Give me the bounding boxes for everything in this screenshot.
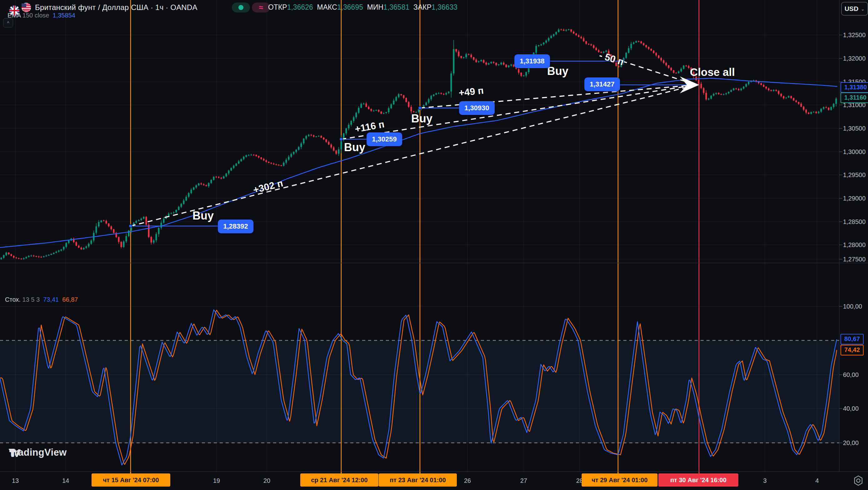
stoch-d-value: 66,87 (62, 296, 78, 303)
candle-body (556, 32, 557, 34)
candle-body (461, 56, 462, 58)
ema-legend[interactable]: EMA 150 close 1,35854 (7, 12, 75, 19)
candle-body (223, 176, 225, 178)
time-axis-event-badge[interactable]: чт 15 Авг '24 07:00 (92, 473, 170, 487)
time-axis-event-badge[interactable]: чт 29 Авг '24 01:00 (582, 473, 658, 487)
candle-body (113, 229, 115, 233)
candle-body (148, 225, 150, 237)
us-flag-icon (22, 3, 31, 12)
candle-body (318, 136, 320, 136)
time-axis-event-badge[interactable]: пт 23 Авг '24 01:00 (379, 473, 457, 487)
price-flag-label[interactable]: 1,30259 (367, 132, 402, 146)
candle-body (826, 107, 827, 108)
candle-body (6, 253, 7, 255)
candle-body (380, 111, 382, 113)
candle-body (16, 258, 17, 258)
candle-body (238, 161, 240, 163)
high-value: 1,36695 (337, 3, 363, 11)
candle-body (313, 135, 315, 137)
tradingview-chart-window: Британский фунт / Доллар США · 1ч · OAND… (0, 0, 868, 490)
candle-body (458, 52, 460, 56)
candle-body (103, 221, 105, 221)
candle-body (195, 185, 197, 187)
candle-body (18, 258, 20, 259)
price-axis-tick: 1,30000 (843, 148, 866, 156)
candle-body (478, 61, 479, 62)
time-axis-event-badge[interactable]: ср 21 Авг '24 12:00 (300, 473, 378, 487)
candle-body (440, 93, 442, 94)
candle-body (641, 41, 642, 43)
chevron-down-icon: ⌄ (861, 6, 865, 11)
stoch-legend[interactable]: Стох. 13 5 3 73,41 66,87 (5, 296, 78, 303)
candle-body (553, 34, 555, 36)
ema-line[interactable] (0, 78, 837, 248)
currency-unit-button[interactable]: USD ⌄ (841, 2, 868, 15)
price-flag-label[interactable]: 1,31427 (584, 77, 620, 91)
candle-body (323, 138, 324, 140)
candle-body (831, 107, 832, 110)
stoch-axis-tick: 40,00 (843, 405, 859, 412)
candle-body (45, 256, 47, 256)
candle-body (333, 148, 335, 151)
candle-body (836, 99, 837, 104)
candle-body (711, 96, 712, 99)
candle-body (561, 30, 562, 30)
candle-body (470, 55, 472, 57)
entry-dot[interactable] (340, 137, 343, 141)
candle-body (138, 220, 140, 221)
candle-body (703, 88, 705, 93)
buy-annotation[interactable]: Buy (192, 209, 214, 222)
stoch-axis-tick: 100,00 (843, 303, 862, 310)
candle-body (568, 29, 569, 30)
price-flag-label[interactable]: 1,28392 (218, 220, 253, 233)
candle-body (78, 246, 80, 248)
candle-body (241, 159, 242, 161)
chart-canvas[interactable] (0, 0, 868, 490)
candle-body (738, 89, 740, 90)
price-axis-last-price-pill[interactable]: 1,31160 (840, 92, 868, 103)
candle-body (311, 135, 312, 135)
candle-body (203, 184, 205, 185)
candle-body (488, 63, 490, 65)
candle-body (3, 255, 5, 258)
candle-body (456, 50, 457, 52)
candle-body (526, 72, 527, 75)
candle-body (431, 96, 432, 99)
candle-body (788, 96, 789, 98)
stoch-axis-tick: 20,00 (843, 439, 859, 447)
collapse-pane-button[interactable]: ^ (3, 18, 13, 28)
market-status-pill[interactable] (232, 2, 250, 12)
buy-annotation[interactable]: Buy (547, 65, 568, 78)
candle-body (213, 177, 215, 180)
candle-body (188, 193, 190, 197)
candle-body (66, 243, 67, 247)
entry-dot[interactable] (418, 106, 422, 109)
candle-body (61, 250, 62, 251)
candle-body (803, 107, 805, 110)
stoch-axis-d-pill[interactable]: 74,42 (840, 345, 864, 355)
candle-body (81, 248, 82, 250)
candle-body (733, 88, 735, 90)
candle-body (388, 108, 390, 112)
trade-path-dashed-line[interactable] (341, 85, 696, 139)
candle-body (518, 69, 520, 73)
stoch-axis-k-pill[interactable]: 80,67 (840, 334, 864, 345)
candle-body (353, 118, 354, 121)
tradingview-logo[interactable]: TradingView (9, 447, 67, 458)
trade-path-dashed-line[interactable] (131, 85, 696, 226)
buy-annotation[interactable]: Buy (344, 141, 365, 154)
candle-body (58, 251, 60, 252)
candle-body (433, 95, 435, 96)
candle-body (673, 70, 675, 73)
price-flag-label[interactable]: 1,31938 (514, 54, 550, 68)
symbol-title[interactable]: Британский фунт / Доллар США · 1ч · OAND… (35, 3, 197, 12)
candle-body (13, 256, 15, 257)
delayed-data-pill[interactable]: ≈ (252, 2, 270, 12)
price-flag-label[interactable]: 1,30930 (459, 101, 495, 115)
buy-annotation[interactable]: Buy (411, 112, 432, 125)
close-all-annotation[interactable]: Close all (690, 66, 735, 78)
time-axis-event-badge[interactable]: пт 30 Авг '24 16:00 (658, 473, 738, 487)
entry-dot[interactable] (129, 224, 132, 228)
price-axis-ema-pill[interactable]: 1,31380 (840, 82, 868, 93)
high-label: МАКС (317, 3, 337, 11)
